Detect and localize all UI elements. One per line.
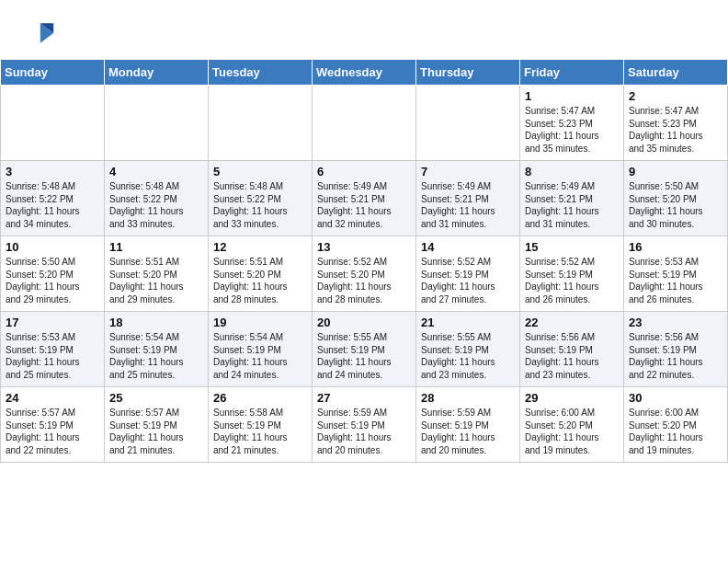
header-row: SundayMondayTuesdayWednesdayThursdayFrid… [1,60,728,86]
cell-text: and 35 minutes. [629,143,722,155]
calendar-cell: 4Sunrise: 5:48 AMSunset: 5:22 PMDaylight… [105,161,209,236]
cell-text: Daylight: 11 hours [213,431,307,444]
cell-text: Sunrise: 5:49 AM [525,180,619,193]
day-number: 10 [6,240,99,254]
day-header-thursday: Thursday [416,60,520,86]
cell-text: Sunset: 5:20 PM [6,269,99,282]
cell-text: Daylight: 11 hours [317,205,411,218]
day-number: 4 [109,165,203,178]
calendar-cell: 22Sunrise: 5:56 AMSunset: 5:19 PMDayligh… [520,312,624,387]
day-number: 12 [213,240,307,254]
cell-text: Daylight: 11 hours [6,431,99,444]
calendar-cell: 17Sunrise: 5:53 AMSunset: 5:19 PMDayligh… [1,312,105,387]
logo [22,17,61,50]
cell-text: and 23 minutes. [525,369,619,382]
calendar-cell: 29Sunrise: 6:00 AMSunset: 5:20 PMDayligh… [520,387,624,463]
calendar-cell: 15Sunrise: 5:52 AMSunset: 5:19 PMDayligh… [520,236,624,312]
calendar-cell: 7Sunrise: 5:49 AMSunset: 5:21 PMDaylight… [416,161,520,236]
calendar-cell: 24Sunrise: 5:57 AMSunset: 5:19 PMDayligh… [1,387,105,463]
cell-text: Sunrise: 5:48 AM [109,180,203,193]
day-number: 6 [317,165,411,178]
cell-text: Sunset: 5:23 PM [629,118,722,131]
cell-text: Daylight: 11 hours [525,205,619,218]
cell-text: Sunset: 5:20 PM [213,269,307,282]
cell-text: and 23 minutes. [421,369,515,382]
cell-text: Daylight: 11 hours [213,205,307,218]
calendar-cell: 12Sunrise: 5:51 AMSunset: 5:20 PMDayligh… [209,236,313,312]
cell-text: Sunset: 5:20 PM [629,419,722,432]
day-number: 26 [213,391,307,405]
week-row-5: 24Sunrise: 5:57 AMSunset: 5:19 PMDayligh… [1,387,728,463]
cell-text: Sunset: 5:19 PM [109,344,203,357]
cell-text: Sunrise: 5:52 AM [421,256,515,269]
cell-text: and 25 minutes. [6,369,99,382]
cell-text: Sunrise: 5:58 AM [213,407,307,419]
week-row-2: 3Sunrise: 5:48 AMSunset: 5:22 PMDaylight… [1,161,728,236]
cell-text: and 24 minutes. [213,369,307,382]
cell-text: Sunrise: 5:53 AM [629,256,722,269]
cell-text: Sunrise: 5:50 AM [629,180,722,193]
cell-text: Sunset: 5:19 PM [6,419,99,432]
cell-text: and 19 minutes. [525,444,619,457]
day-number: 21 [421,316,515,329]
day-number: 30 [629,391,722,405]
cell-text: and 29 minutes. [109,293,203,306]
calendar-cell: 25Sunrise: 5:57 AMSunset: 5:19 PMDayligh… [105,387,209,463]
cell-text: Daylight: 11 hours [629,205,722,218]
cell-text: Sunrise: 6:00 AM [629,407,722,419]
cell-text: and 31 minutes. [421,218,515,231]
calendar-cell: 8Sunrise: 5:49 AMSunset: 5:21 PMDaylight… [520,161,624,236]
cell-text: Daylight: 11 hours [213,356,307,369]
cell-text: Daylight: 11 hours [317,431,411,444]
week-row-3: 10Sunrise: 5:50 AMSunset: 5:20 PMDayligh… [1,236,728,312]
cell-text: Daylight: 11 hours [6,205,99,218]
cell-text: and 22 minutes. [6,444,99,457]
day-header-saturday: Saturday [624,60,728,86]
day-number: 27 [317,391,411,405]
cell-text: Daylight: 11 hours [109,356,203,369]
day-number: 23 [629,316,722,329]
cell-text: Sunrise: 6:00 AM [525,407,619,419]
cell-text: Sunset: 5:19 PM [213,419,307,432]
cell-text: and 26 minutes. [629,293,722,306]
calendar-cell [313,86,416,161]
cell-text: and 24 minutes. [317,369,411,382]
cell-text: Sunrise: 5:52 AM [317,256,411,269]
week-row-1: 1Sunrise: 5:47 AMSunset: 5:23 PMDaylight… [1,86,728,161]
cell-text: Sunset: 5:20 PM [109,269,203,282]
cell-text: and 32 minutes. [317,218,411,231]
calendar-cell: 3Sunrise: 5:48 AMSunset: 5:22 PMDaylight… [1,161,105,236]
calendar-cell: 16Sunrise: 5:53 AMSunset: 5:19 PMDayligh… [624,236,728,312]
calendar-cell: 30Sunrise: 6:00 AMSunset: 5:20 PMDayligh… [624,387,728,463]
day-number: 11 [109,240,203,254]
cell-text: and 25 minutes. [109,369,203,382]
cell-text: Sunrise: 5:59 AM [421,407,515,419]
cell-text: Sunrise: 5:49 AM [421,180,515,193]
calendar-cell: 23Sunrise: 5:56 AMSunset: 5:19 PMDayligh… [624,312,728,387]
cell-text: Sunrise: 5:57 AM [109,407,203,419]
cell-text: Sunset: 5:19 PM [629,269,722,282]
day-number: 17 [6,316,99,329]
cell-text: Sunset: 5:19 PM [525,269,619,282]
cell-text: Sunrise: 5:52 AM [525,256,619,269]
cell-text: Sunset: 5:23 PM [525,118,619,131]
cell-text: and 26 minutes. [525,293,619,306]
cell-text: Daylight: 11 hours [6,356,99,369]
cell-text: Sunrise: 5:48 AM [213,180,307,193]
cell-text: and 19 minutes. [629,444,722,457]
cell-text: Sunset: 5:19 PM [421,269,515,282]
cell-text: Sunrise: 5:51 AM [213,256,307,269]
calendar-cell: 2Sunrise: 5:47 AMSunset: 5:23 PMDaylight… [624,86,728,161]
calendar-table: SundayMondayTuesdayWednesdayThursdayFrid… [0,59,728,463]
cell-text: Sunset: 5:19 PM [109,419,203,432]
cell-text: and 34 minutes. [6,218,99,231]
day-number: 20 [317,316,411,329]
cell-text: Sunset: 5:19 PM [317,344,411,357]
cell-text: Sunset: 5:22 PM [109,193,203,206]
cell-text: and 28 minutes. [317,293,411,306]
calendar-cell: 26Sunrise: 5:58 AMSunset: 5:19 PMDayligh… [209,387,313,463]
cell-text: Sunrise: 5:55 AM [317,331,411,344]
calendar-cell [1,86,105,161]
calendar-cell: 19Sunrise: 5:54 AMSunset: 5:19 PMDayligh… [209,312,313,387]
cell-text: Sunrise: 5:56 AM [629,331,722,344]
